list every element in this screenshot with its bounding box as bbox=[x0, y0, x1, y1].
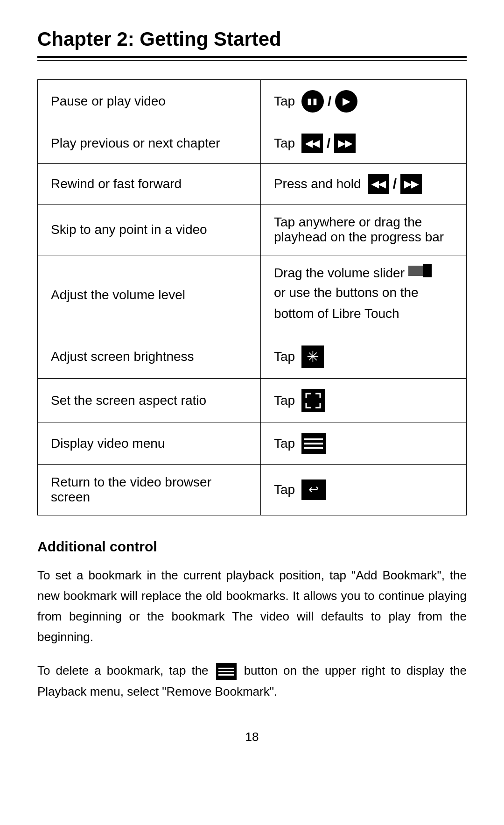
tap-label: Tap bbox=[274, 482, 295, 497]
title-rule-top bbox=[37, 56, 467, 58]
action-label: Rewind or fast forward bbox=[51, 176, 182, 191]
ff-icon: ▶▶ bbox=[400, 174, 422, 194]
inline-menu-line-1 bbox=[218, 668, 234, 669]
action-label: Set the screen aspect ratio bbox=[51, 393, 206, 408]
action-cell: Display video menu bbox=[38, 423, 261, 464]
inline-menu-icon bbox=[216, 663, 237, 680]
table-row: Set the screen aspect ratio Tap bbox=[38, 378, 467, 423]
paragraph2-before: To delete a bookmark, tap the bbox=[37, 663, 209, 677]
instruction-cell: Drag the volume slider or use the button… bbox=[260, 255, 466, 335]
back-icon: ↩ bbox=[301, 479, 326, 500]
instruction-cell: Tap bbox=[260, 423, 466, 464]
instruction-cell: Tap ✳ bbox=[260, 335, 466, 378]
tap-label: Tap bbox=[274, 393, 295, 408]
action-label: Skip to any point in a video bbox=[51, 222, 207, 237]
separator: / bbox=[393, 177, 397, 191]
inline-menu-line-2 bbox=[218, 671, 234, 672]
separator: / bbox=[328, 94, 331, 108]
table-row: Return to the video browser screen Tap ↩ bbox=[38, 464, 467, 515]
table-row: Pause or play video Tap ▮▮ / ▶ bbox=[38, 80, 467, 123]
inline-menu-line-3 bbox=[218, 674, 234, 676]
pause-icon: ▮▮ bbox=[301, 90, 324, 113]
rewind-icon: ◀◀ bbox=[368, 174, 389, 194]
separator: / bbox=[327, 136, 330, 150]
menu-icon bbox=[301, 433, 326, 454]
svg-rect-0 bbox=[304, 392, 322, 409]
additional-control-paragraph1: To set a bookmark in the current playbac… bbox=[37, 565, 467, 648]
action-cell: Rewind or fast forward bbox=[38, 164, 261, 204]
menu-line-1 bbox=[304, 438, 323, 440]
instruction-cell: Tap bbox=[260, 378, 466, 423]
press-hold-label: Press and hold bbox=[274, 176, 361, 191]
chapter-title: Chapter 2: Getting Started bbox=[37, 28, 467, 50]
volume-extra: or use the buttons on thebottom of Libre… bbox=[274, 285, 419, 321]
additional-control-section: Additional control To set a bookmark in … bbox=[37, 539, 467, 702]
page-number: 18 bbox=[37, 730, 467, 744]
action-label: Adjust the volume level bbox=[51, 288, 185, 302]
volume-slider-icon bbox=[408, 266, 432, 276]
menu-line-2 bbox=[304, 443, 323, 444]
table-row: Skip to any point in a video Tap anywher… bbox=[38, 204, 467, 255]
tap-label: Tap bbox=[274, 436, 295, 451]
play-icon: ▶ bbox=[335, 90, 357, 113]
tap-label: Tap bbox=[274, 94, 295, 109]
action-cell: Adjust the volume level bbox=[38, 255, 261, 335]
controls-table: Pause or play video Tap ▮▮ / ▶ Play prev… bbox=[37, 79, 467, 515]
drag-label: Drag the volume slider bbox=[274, 266, 405, 281]
table-row: Play previous or next chapter Tap ◀◀ / ▶… bbox=[38, 123, 467, 164]
action-label: Display video menu bbox=[51, 436, 165, 451]
instruction-cell: Tap ▮▮ / ▶ bbox=[260, 80, 466, 123]
table-row: Display video menu Tap bbox=[38, 423, 467, 464]
title-rule-bottom bbox=[37, 60, 467, 61]
table-row: Rewind or fast forward Press and hold ◀◀… bbox=[38, 164, 467, 204]
additional-control-heading: Additional control bbox=[37, 539, 467, 555]
action-cell: Adjust screen brightness bbox=[38, 335, 261, 378]
action-cell: Skip to any point in a video bbox=[38, 204, 261, 255]
instruction-cell: Tap ◀◀ / ▶▶ bbox=[260, 123, 466, 164]
tap-label: Tap bbox=[274, 136, 295, 151]
action-label: Adjust screen brightness bbox=[51, 349, 194, 364]
instruction-cell: Press and hold ◀◀ / ▶▶ bbox=[260, 164, 466, 204]
skip-instruction: Tap anywhere or drag the playhead on the… bbox=[274, 215, 444, 244]
action-cell: Set the screen aspect ratio bbox=[38, 378, 261, 423]
action-label: Return to the video browser screen bbox=[51, 475, 211, 504]
action-cell: Return to the video browser screen bbox=[38, 464, 261, 515]
menu-line-3 bbox=[304, 447, 323, 449]
table-row: Adjust the volume level Drag the volume … bbox=[38, 255, 467, 335]
next-icon: ▶▶ bbox=[334, 134, 356, 153]
action-label: Play previous or next chapter bbox=[51, 136, 220, 150]
action-cell: Play previous or next chapter bbox=[38, 123, 261, 164]
additional-control-paragraph2: To delete a bookmark, tap the button on … bbox=[37, 660, 467, 701]
action-cell: Pause or play video bbox=[38, 80, 261, 123]
tap-label: Tap bbox=[274, 349, 295, 364]
brightness-icon: ✳ bbox=[301, 346, 324, 368]
table-row: Adjust screen brightness Tap ✳ bbox=[38, 335, 467, 378]
brightness-star: ✳ bbox=[307, 348, 319, 366]
aspect-svg bbox=[304, 392, 322, 409]
prev-icon: ◀◀ bbox=[301, 134, 323, 153]
aspect-icon bbox=[301, 389, 325, 412]
instruction-cell: Tap anywhere or drag the playhead on the… bbox=[260, 204, 466, 255]
instruction-cell: Tap ↩ bbox=[260, 464, 466, 515]
action-label: Pause or play video bbox=[51, 94, 166, 108]
